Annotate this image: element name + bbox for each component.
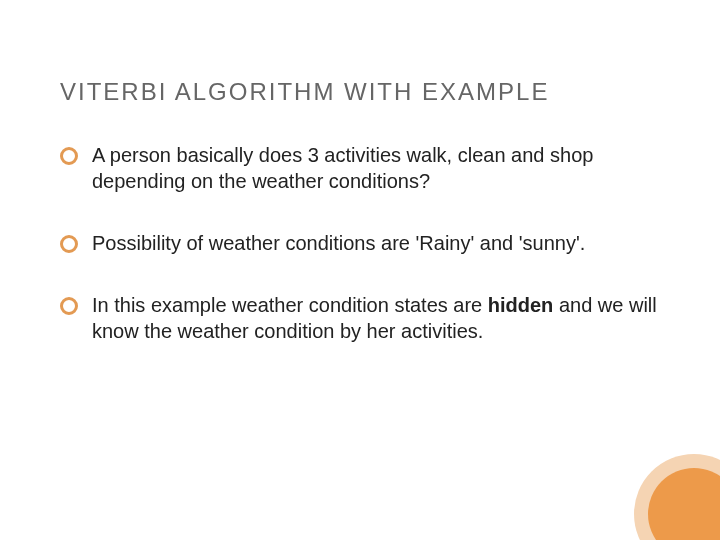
list-item: Possibility of weather conditions are 'R… — [60, 230, 660, 256]
bullet-list: A person basically does 3 activities wal… — [60, 142, 660, 344]
list-item: In this example weather condition states… — [60, 292, 660, 344]
ring-bullet-icon — [60, 235, 78, 253]
ring-bullet-icon — [60, 297, 78, 315]
corner-decoration — [634, 454, 720, 540]
ring-bullet-icon — [60, 147, 78, 165]
list-item: A person basically does 3 activities wal… — [60, 142, 660, 194]
slide: VITERBI ALGORITHM WITH EXAMPLE A person … — [0, 0, 720, 540]
slide-title: VITERBI ALGORITHM WITH EXAMPLE — [60, 78, 660, 106]
bullet-text: In this example weather condition states… — [92, 292, 660, 344]
bullet-text: A person basically does 3 activities wal… — [92, 142, 660, 194]
bullet-text: Possibility of weather conditions are 'R… — [92, 230, 660, 256]
